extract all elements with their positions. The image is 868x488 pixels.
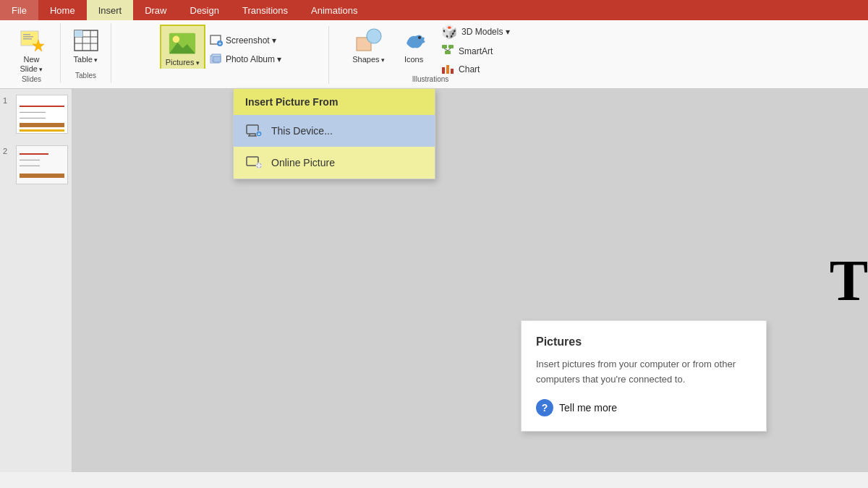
svg-rect-19: [213, 56, 221, 62]
slide-thumb-1[interactable]: ▬▬▬▬▬▬▬▬▬ ▬▬▬▬▬▬▬▬▬: [16, 95, 68, 134]
svg-rect-3: [23, 38, 32, 40]
slide-line-1: [20, 106, 64, 107]
pictures-icon: [168, 29, 197, 58]
slide-2-text2: ▬▬▬▬▬▬▬: [20, 163, 40, 167]
new-slide-button[interactable]: NewSlide: [13, 25, 51, 75]
table-button[interactable]: Table: [67, 25, 105, 66]
photo-album-button[interactable]: Photo Album ▾: [205, 51, 286, 68]
tooltip-link-label: Tell me more: [559, 402, 617, 414]
svg-rect-28: [442, 67, 445, 74]
slide-text-1: ▬▬▬▬▬▬▬▬▬: [20, 110, 46, 114]
svg-line-27: [448, 48, 451, 51]
pictures-button[interactable]: Pictures: [160, 25, 205, 69]
svg-rect-1: [23, 34, 30, 35]
ribbon-group-illustrations: Shapes Icons 🎲: [329, 23, 532, 82]
images-group-content: Pictures + Screenshot ▾: [160, 25, 286, 80]
photo-album-label: Photo Album ▾: [226, 54, 281, 64]
chart-button[interactable]: Chart: [438, 61, 513, 78]
slide-2-line-1: [20, 153, 48, 155]
slide-item-1[interactable]: 1 ▬▬▬▬▬▬▬▬▬ ▬▬▬▬▬▬▬▬▬: [3, 95, 69, 134]
svg-point-21: [367, 29, 381, 43]
svg-text:+: +: [258, 132, 260, 137]
slide-bar-1: [20, 123, 64, 127]
shapes-icon: [354, 26, 383, 55]
menu-animations[interactable]: Animations: [299, 0, 369, 20]
tooltip-panel: Pictures Insert pictures from your compu…: [521, 320, 767, 432]
svg-line-26: [444, 48, 448, 51]
online-pictures-label: Online Picture: [271, 157, 335, 168]
pictures-label: Pictures: [166, 58, 200, 67]
slide-2-text: ▬▬▬▬▬▬▬: [20, 158, 40, 161]
icons-label: Icons: [404, 55, 423, 64]
3d-models-icon: 🎲: [441, 24, 457, 40]
slide-item-2[interactable]: 2 ▬▬▬▬▬▬▬ ▬▬▬▬▬▬▬: [3, 145, 69, 184]
slide-accent-bar: [20, 129, 64, 132]
smartart-icon: [441, 44, 454, 59]
svg-point-22: [418, 36, 421, 39]
tooltip-link[interactable]: ? Tell me more: [536, 399, 752, 416]
3d-models-label: 3D Models ▾: [461, 27, 510, 37]
screenshot-label: Screenshot ▾: [226, 35, 276, 46]
new-slide-icon: [17, 26, 46, 55]
slide-number-2: 2: [3, 145, 12, 155]
screenshot-button[interactable]: + Screenshot ▾: [205, 32, 286, 49]
new-slide-label: NewSlide: [20, 55, 43, 74]
svg-rect-23: [442, 45, 447, 48]
chart-label: Chart: [459, 64, 480, 74]
svg-text:+: +: [218, 41, 221, 46]
this-device-label: This Device...: [271, 125, 333, 137]
smartart-button[interactable]: SmartArt: [438, 43, 513, 60]
large-T-letter: T: [830, 248, 868, 314]
this-device-icon: +: [245, 122, 263, 140]
help-icon: ?: [536, 399, 553, 416]
ribbon-group-slides: NewSlide Slides: [3, 23, 61, 82]
dropdown-header: Insert Picture From: [234, 89, 435, 115]
slides-group-label: Slides: [22, 75, 41, 85]
svg-point-12: [173, 36, 180, 43]
inline-image-buttons: + Screenshot ▾ Phot: [205, 25, 286, 75]
slide-thumb-2[interactable]: ▬▬▬▬▬▬▬ ▬▬▬▬▬▬▬: [16, 145, 68, 184]
tooltip-title: Pictures: [536, 335, 752, 348]
online-pictures-icon: [245, 154, 263, 171]
tables-group-label: Tables: [75, 72, 96, 81]
shapes-label: Shapes: [352, 55, 385, 64]
illustrations-group-content: Shapes Icons 🎲: [348, 25, 513, 75]
screenshot-icon: +: [210, 34, 223, 47]
ribbon: NewSlide Slides: [0, 20, 868, 89]
icons-button[interactable]: Icons: [395, 25, 433, 66]
ribbon-groups: NewSlide Slides: [0, 23, 868, 88]
svg-rect-30: [451, 69, 454, 74]
online-pictures-item[interactable]: Online Picture: [234, 147, 435, 179]
shapes-button[interactable]: Shapes: [348, 25, 389, 66]
menu-insert[interactable]: Insert: [87, 0, 134, 20]
illustrations-group-label: Illustrations: [412, 75, 449, 85]
ribbon-group-images: Pictures + Screenshot ▾: [111, 23, 328, 82]
slide-text-2: ▬▬▬▬▬▬▬▬▬: [20, 116, 46, 119]
pictures-dropdown: Insert Picture From + This Device...: [233, 88, 435, 179]
svg-rect-24: [448, 45, 454, 48]
menu-bar: File Home Insert Draw Design Transitions…: [0, 0, 868, 20]
3d-models-button[interactable]: 🎲 3D Models ▾: [438, 22, 513, 41]
menu-transitions[interactable]: Transitions: [231, 0, 299, 20]
photo-album-icon: [210, 53, 223, 66]
chart-icon: [441, 63, 454, 77]
ribbon-group-tables: Table Tables: [61, 23, 111, 82]
right-icons-group: 🎲 3D Models ▾: [438, 25, 513, 75]
svg-rect-29: [446, 65, 449, 74]
slide-2-bar: [20, 174, 64, 178]
menu-draw[interactable]: Draw: [133, 0, 178, 20]
smartart-label: SmartArt: [459, 46, 493, 56]
slide-panel: 1 ▬▬▬▬▬▬▬▬▬ ▬▬▬▬▬▬▬▬▬ 2 ▬▬▬▬▬▬▬ ▬▬▬▬▬▬▬: [0, 89, 72, 472]
this-device-item[interactable]: + This Device...: [234, 115, 435, 147]
svg-rect-25: [445, 51, 451, 54]
slide-number-1: 1: [3, 95, 12, 105]
svg-rect-2: [23, 36, 33, 38]
canvas-area: Pictures Insert pictures from your compu…: [72, 89, 868, 472]
slides-group-content: NewSlide: [13, 25, 51, 75]
menu-home[interactable]: Home: [38, 0, 87, 20]
icons-icon: [399, 26, 428, 55]
menu-file[interactable]: File: [0, 0, 38, 20]
table-label: Table: [74, 55, 98, 64]
menu-design[interactable]: Design: [179, 0, 231, 20]
svg-rect-10: [75, 30, 82, 37]
